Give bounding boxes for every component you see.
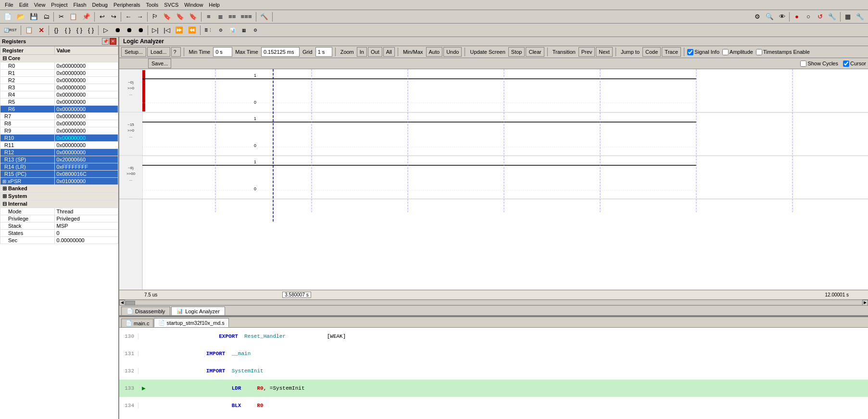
table-row[interactable]: ⊞ xPSR 0x01000000 [0,178,118,185]
bookmark2-btn[interactable]: 🔖 [161,12,173,22]
cut-btn[interactable]: ✂ [56,12,66,22]
table-row-r10[interactable]: R10 0x00000000 [0,135,118,142]
jumpto-code-btn[interactable]: Code [642,47,661,57]
reset-circle-btn[interactable]: ↺ [815,12,825,22]
dbg-extra1[interactable]: ≣⋮ [202,25,214,36]
table-row[interactable]: Sec 0.00000000 [0,237,118,244]
table-row[interactable]: States 0 [0,230,118,237]
bookmark4-btn[interactable]: 🔖 [187,12,199,22]
table-row[interactable]: R3 0x00000000 [0,84,118,91]
tab-logic-analyzer[interactable]: 📊 Logic Analyzer [171,307,225,315]
outdent-btn[interactable]: ≣ [215,12,226,22]
step-out2-btn[interactable]: ⏺ [124,25,134,36]
menu-file[interactable]: File [2,1,16,9]
run-to-btn[interactable]: ▷ [101,25,111,36]
dbg-btn8[interactable]: ⏪ [186,25,198,36]
save-btn[interactable]: 💾 [28,12,40,22]
format-btn[interactable]: ≡≡ [226,12,238,22]
table-row[interactable]: R12 0x00000000 [0,149,118,156]
step-cursor-btn[interactable]: ⏺ [112,25,123,36]
close-panel-btn[interactable]: ✕ [110,38,116,45]
table-row[interactable]: R2 0x00000000 [0,77,118,84]
waveform-area[interactable]: ~0) >>0 ... 1 0 ~15 >>0 ... [119,69,868,290]
redo-btn[interactable]: ↪ [108,12,119,22]
dbg-extra3[interactable]: 📊 [227,25,238,36]
code-tab-startup[interactable]: 📄 startup_stm32f10x_md.s [154,318,228,327]
copy-btn[interactable]: 📋 [67,12,79,22]
config2-btn[interactable]: 🔍 [764,12,776,22]
dbg-extra4[interactable]: ▦ [239,25,249,36]
menu-view[interactable]: View [31,1,49,9]
config-wrench-btn[interactable]: 🔧 [826,12,838,22]
menu-edit[interactable]: Edit [16,1,31,9]
display-btn[interactable]: ▦ [843,12,853,22]
table-row[interactable]: Stack MSP [0,222,118,230]
paste-btn[interactable]: 📌 [80,12,92,22]
timestamps-check[interactable]: Timestamps Enable [756,49,810,55]
debug-stop-btn[interactable]: ✕ [36,25,47,36]
table-row[interactable]: R14 (LR) 0xFFFFFFFF [0,163,118,171]
minmax-undo-btn[interactable]: Undo [443,47,462,57]
signal-info-check[interactable]: Signal Info [687,49,719,55]
settings-btn[interactable]: 🔧 [854,12,866,22]
brace1-btn[interactable]: {} [51,25,62,36]
group-system[interactable]: ⊞ System [0,193,118,200]
table-row[interactable]: R4 0x00000000 [0,91,118,99]
config1-btn[interactable]: ⚙ [752,12,763,22]
scroll-left-btn[interactable]: ◀ [119,300,125,306]
update-clear-btn[interactable]: Clear [526,47,544,57]
table-row[interactable]: R13 (SP) 0x20000660 [0,156,118,163]
run-circle-btn[interactable]: ● [792,12,802,22]
menu-flash[interactable]: Flash [71,1,89,9]
table-row[interactable]: R0 0x00000000 [0,62,118,70]
undo-btn[interactable]: ↩ [97,12,107,22]
dbg-btn7[interactable]: ⏩ [173,25,185,36]
transition-next-btn[interactable]: Next [596,47,613,57]
new-btn[interactable]: 📄 [2,12,14,22]
code-tab-main[interactable]: 📄 main.c [121,319,153,327]
hscrollbar[interactable]: ◀ ▶ [119,299,868,305]
brace3-btn[interactable]: { } [74,25,85,36]
scroll-right-btn[interactable]: ▶ [862,300,868,306]
zoom-all-btn[interactable]: All [383,47,395,57]
tab-disassembly[interactable]: 📄 Disassembly [121,307,170,315]
table-row[interactable]: R7 0x00000000 [0,113,118,120]
table-row[interactable]: R11 0x00000000 [0,142,118,149]
build-btn[interactable]: 🔨 [258,12,270,22]
show-cycles-check[interactable]: Show Cycles [800,61,838,67]
save-all-btn[interactable]: 🗂 [41,12,51,22]
dbg-extra5[interactable]: ⚙ [250,25,261,36]
table-row[interactable]: Privilege Privileged [0,215,118,222]
table-row[interactable]: R15 (PC) 0x0800016C [0,171,118,178]
update-stop-btn[interactable]: Stop [508,47,525,57]
amplitude-check[interactable]: Amplitude [722,49,753,55]
zoom-out-btn[interactable]: Out [368,47,382,57]
menu-peripherals[interactable]: Peripherals [111,1,143,9]
transition-prev-btn[interactable]: Prev [579,47,595,57]
dbg-btn6[interactable]: |◁ [162,25,172,36]
format2-btn[interactable]: ≡≡≡ [239,12,254,22]
zoom-in-btn[interactable]: In [357,47,367,57]
table-row[interactable]: R1 0x00000000 [0,70,118,77]
forward-btn[interactable]: → [135,12,145,22]
group-banked[interactable]: ⊞ Banked [0,185,118,193]
pin-btn[interactable]: 📌 [102,38,109,45]
save-btn-la[interactable]: Save... [148,59,171,68]
step-over2-btn[interactable]: ⏺ [135,25,146,36]
config3-btn[interactable]: 👁 [777,12,787,22]
brace2-btn[interactable]: { } [63,25,73,36]
jumpto-trace-btn[interactable]: Trace [662,47,681,57]
reset-debug-btn[interactable]: 🔄RST [2,25,19,36]
menu-svcs[interactable]: SVCS [161,1,181,9]
scroll-thumb[interactable] [126,301,135,306]
bookmark3-btn[interactable]: 🔖 [174,12,186,22]
brace4-btn[interactable]: { } [86,25,96,36]
debug-view-btn[interactable]: 📋 [23,25,35,36]
stop-circle-btn[interactable]: ○ [803,12,814,22]
table-row[interactable]: R9 0x00000000 [0,127,118,135]
group-core[interactable]: ⊟ Core [0,55,118,62]
dbg-btn5[interactable]: ▷| [150,25,161,36]
cursor-check[interactable]: Cursor [843,61,866,67]
back-btn[interactable]: ← [123,12,134,22]
minmax-auto-btn[interactable]: Auto [426,47,443,57]
